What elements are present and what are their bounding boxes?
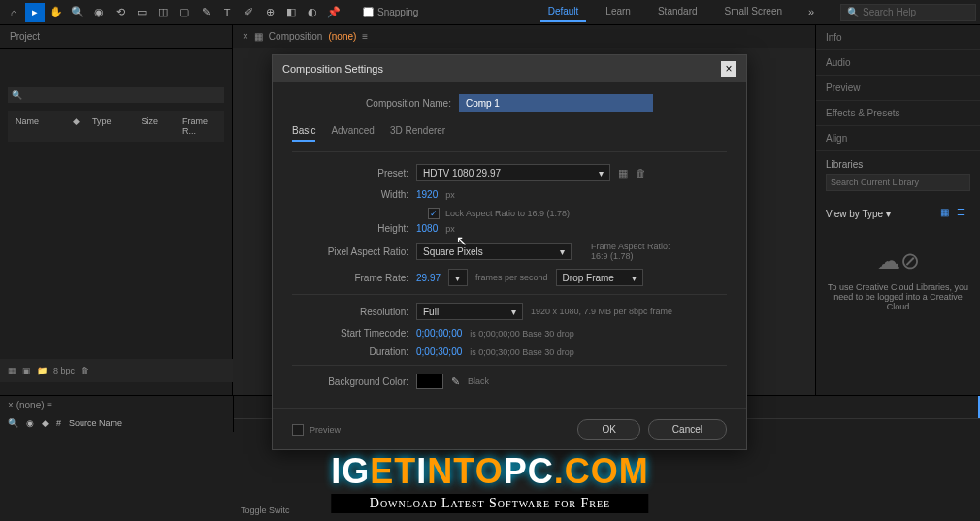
lock-aspect-checkbox[interactable]: ✓ — [428, 208, 440, 219]
snapping-label: Snapping — [377, 7, 418, 17]
dropframe-dropdown[interactable]: Drop Frame▾ — [556, 269, 643, 286]
bg-label: Background Color: — [292, 376, 408, 387]
home-icon[interactable]: ⌂ — [4, 3, 23, 22]
zoom-tool-icon[interactable]: 🔍 — [68, 3, 87, 22]
watermark-title: IGETINTOPC.COM — [331, 451, 648, 492]
list-view-icon[interactable]: ☰ — [957, 207, 970, 220]
roto-tool-icon[interactable]: ◐ — [303, 3, 322, 22]
rotate-tool-icon[interactable]: ⟲ — [111, 3, 130, 22]
cancel-button[interactable]: Cancel — [648, 419, 727, 440]
resolution-dropdown[interactable]: Full▾ — [416, 303, 523, 320]
workspace-learn[interactable]: Learn — [598, 2, 638, 22]
pan-tool-icon[interactable]: ◫ — [153, 3, 173, 22]
shape-tool-icon[interactable]: ▢ — [175, 3, 194, 22]
fr-dropdown[interactable]: ▾ — [448, 269, 468, 286]
grid-view-icon[interactable]: ▦ — [940, 207, 954, 220]
composition-settings-dialog: Composition Settings × Composition Name:… — [272, 54, 747, 450]
interpret-icon[interactable]: ▦ — [8, 366, 16, 375]
chevron-down-icon: ▾ — [599, 168, 604, 179]
comp-name-input[interactable] — [459, 94, 653, 112]
tl-shy-icon[interactable]: ◉ — [26, 418, 34, 428]
workspace-menu-icon[interactable]: » — [801, 2, 821, 21]
search-placeholder: Search Help — [863, 7, 916, 17]
bg-color-swatch[interactable] — [416, 374, 443, 389]
res-label: Resolution: — [292, 307, 408, 317]
eraser-tool-icon[interactable]: ◧ — [281, 3, 301, 22]
far-value: 16:9 (1.78) — [591, 251, 670, 261]
chevron-down-icon: ▾ — [511, 307, 516, 317]
orbit-tool-icon[interactable]: ◉ — [89, 3, 109, 22]
col-type[interactable]: Type — [88, 114, 130, 138]
fr-value[interactable]: 29.97 — [416, 273, 441, 283]
top-toolbar: ⌂ ▸ ✋ 🔍 ◉ ⟲ ▭ ◫ ▢ ✎ T ✐ ⊕ ◧ ◐ 📌 Snapping… — [0, 0, 980, 25]
workspace-default[interactable]: Default — [540, 2, 587, 22]
puppet-tool-icon[interactable]: 📌 — [324, 3, 343, 22]
tab-basic[interactable]: Basic — [292, 125, 315, 142]
clone-tool-icon[interactable]: ⊕ — [260, 3, 279, 22]
libraries-search[interactable] — [826, 174, 970, 191]
par-label: Pixel Aspect Ratio: — [292, 246, 408, 257]
panel-info[interactable]: Info — [816, 25, 980, 50]
tl-label-icon[interactable]: ◆ — [42, 418, 49, 428]
comp-tab-prefix[interactable]: Composition — [269, 31, 323, 42]
close-icon[interactable]: × — [721, 61, 736, 77]
tl-search-icon[interactable]: 🔍 — [8, 418, 18, 428]
composition-tab-bar: × ▦ Composition (none) ≡ — [233, 25, 815, 48]
cc-message-text: To use Creative Cloud Libraries, you nee… — [826, 282, 970, 311]
preset-delete-icon[interactable]: 🗑 — [636, 167, 646, 179]
tab-3d-renderer[interactable]: 3D Renderer — [390, 125, 445, 142]
libraries-title[interactable]: Libraries — [826, 159, 970, 170]
panel-preview[interactable]: Preview — [816, 76, 980, 101]
height-value[interactable]: 1080 — [416, 223, 438, 234]
trash-icon[interactable]: 🗑 — [81, 366, 89, 375]
comp-close-icon[interactable]: × — [243, 31, 248, 42]
dialog-titlebar[interactable]: Composition Settings × — [273, 55, 746, 82]
brush-tool-icon[interactable]: ✐ — [239, 3, 258, 22]
pen-tool-icon[interactable]: ✎ — [196, 3, 215, 22]
timeline-tab[interactable]: × (none) ≡ — [0, 396, 233, 414]
col-framerate[interactable]: Frame R... — [179, 114, 220, 138]
ok-button[interactable]: OK — [577, 419, 639, 440]
type-tool-icon[interactable]: T — [217, 3, 237, 22]
res-hint: 1920 x 1080, 7.9 MB per 8bpc frame — [531, 307, 672, 316]
panel-audio[interactable]: Audio — [816, 50, 980, 76]
bg-name: Black — [468, 376, 489, 386]
tool-icons-group: ⌂ ▸ ✋ 🔍 ◉ ⟲ ▭ ◫ ▢ ✎ T ✐ ⊕ ◧ ◐ 📌 — [4, 3, 343, 22]
preset-save-icon[interactable]: ▦ — [618, 167, 628, 179]
fr-suffix: frames per second — [475, 273, 548, 282]
tab-advanced[interactable]: Advanced — [331, 125, 374, 142]
par-dropdown[interactable]: Square Pixels▾ — [416, 243, 572, 260]
width-value[interactable]: 1920 — [416, 189, 438, 200]
tl-source-name[interactable]: Source Name — [69, 418, 122, 428]
tc-value[interactable]: 0;00;00;00 — [416, 328, 462, 339]
new-comp-icon[interactable]: ▣ — [22, 366, 31, 375]
workspace-standard[interactable]: Standard — [650, 2, 705, 22]
bpc-toggle[interactable]: 8 bpc — [53, 366, 75, 375]
panel-align[interactable]: Align — [816, 126, 980, 151]
preview-checkbox[interactable] — [292, 424, 304, 436]
search-help[interactable]: 🔍 Search Help — [840, 4, 976, 21]
dur-value[interactable]: 0;00;30;00 — [416, 346, 462, 357]
project-tab[interactable]: Project — [0, 25, 232, 49]
col-size[interactable]: Size — [138, 114, 171, 138]
workspace-small[interactable]: Small Screen — [717, 2, 790, 22]
toggle-switches[interactable]: Toggle Switc — [233, 504, 298, 517]
chevron-down-icon: ▾ — [560, 246, 565, 257]
hand-tool-icon[interactable]: ✋ — [47, 3, 66, 22]
col-label-icon[interactable]: ◆ — [69, 114, 81, 138]
camera-tool-icon[interactable]: ▭ — [132, 3, 151, 22]
view-by-type[interactable]: View by Type ▾ ▦ ☰ — [816, 199, 980, 228]
preset-dropdown[interactable]: HDTV 1080 29.97▾ — [416, 164, 610, 181]
eyedropper-icon[interactable]: ✎ — [451, 375, 460, 388]
col-name[interactable]: Name — [12, 114, 61, 138]
dur-label: Duration: — [292, 346, 408, 357]
project-bottom-bar: ▦ ▣ 📁 8 bpc 🗑 — [0, 359, 233, 382]
panel-effects[interactable]: Effects & Presets — [816, 101, 980, 126]
selection-tool-icon[interactable]: ▸ — [25, 3, 45, 22]
comp-tab-menu-icon[interactable]: ≡ — [362, 31, 368, 42]
snapping-checkbox[interactable] — [363, 7, 374, 17]
far-label: Frame Aspect Ratio: — [591, 242, 670, 251]
new-folder-icon[interactable]: 📁 — [37, 366, 48, 375]
preset-label: Preset: — [292, 168, 408, 179]
comp-panel-icon: ▦ — [254, 31, 263, 42]
